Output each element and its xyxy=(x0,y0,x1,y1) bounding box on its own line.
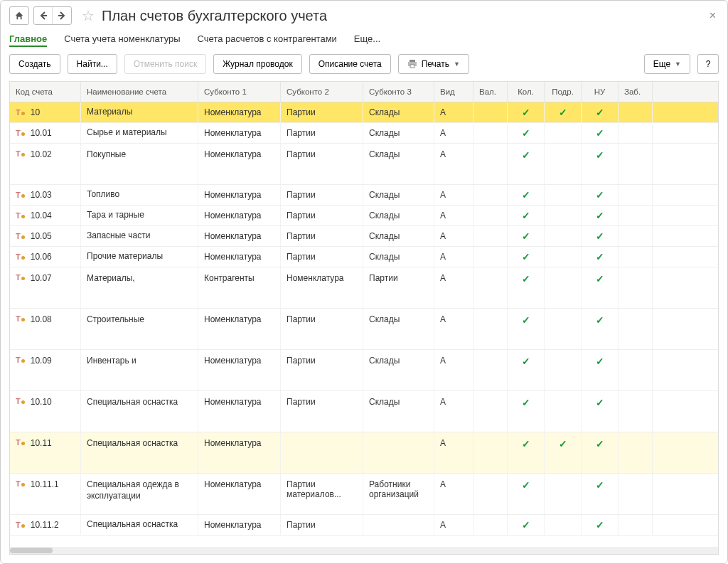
back-button[interactable] xyxy=(34,7,53,24)
check-icon: ✓ xyxy=(596,189,604,201)
cell-quantity: ✓ xyxy=(508,247,545,267)
account-type-icon: T xyxy=(16,314,25,323)
close-button[interactable]: × xyxy=(707,9,719,22)
cell-division xyxy=(545,474,582,514)
cell-tax: ✓ xyxy=(582,144,619,184)
home-button[interactable] xyxy=(9,6,29,25)
check-icon: ✓ xyxy=(522,210,530,221)
create-button[interactable]: Создать xyxy=(9,54,60,74)
cell-name: Инвентарь и xyxy=(81,350,198,390)
table-row[interactable]: T10.09Инвентарь иНоменклатураПартииСклад… xyxy=(10,350,718,391)
tab-nomenclature-accounts[interactable]: Счета учета номенклатуры xyxy=(64,33,180,47)
cell-currency xyxy=(473,432,508,473)
tab-more[interactable]: Еще... xyxy=(354,33,380,47)
code-value: 10.05 xyxy=(31,231,52,241)
svg-rect-2 xyxy=(410,65,414,68)
table-row[interactable]: T10.02ПокупныеНоменклатураПартииСкладыА✓… xyxy=(10,144,718,185)
table-row[interactable]: T10.01Сырье и материалыНоменклатураПарти… xyxy=(10,123,718,144)
col-subconto3[interactable]: Субконто 3 xyxy=(363,82,434,102)
cell-type: А xyxy=(434,226,473,246)
check-icon: ✓ xyxy=(522,479,530,491)
table-row[interactable]: T10.08СтроительныеНоменклатураПартииСкла… xyxy=(10,309,718,350)
cell-code: T10.05 xyxy=(10,226,81,246)
help-button[interactable]: ? xyxy=(697,54,719,74)
cell-code: T10 xyxy=(10,102,81,122)
col-subconto1[interactable]: Субконто 1 xyxy=(198,82,281,102)
table-row[interactable]: T10.07Материалы,КонтрагентыНоменклатураП… xyxy=(10,267,718,309)
horizontal-scrollbar[interactable] xyxy=(10,547,718,554)
cell-subconto3: Работники организаций xyxy=(363,474,434,514)
cell-type: А xyxy=(434,474,473,514)
table-row[interactable]: T10.11.1Специальная одежда в эксплуатаци… xyxy=(10,474,718,515)
cell-type: А xyxy=(434,123,473,143)
more-button[interactable]: Еще ▼ xyxy=(644,54,690,74)
cell-subconto1: Номенклатура xyxy=(198,432,281,473)
cell-offbalance xyxy=(619,432,653,473)
cell-currency xyxy=(473,515,508,535)
col-offbalance[interactable]: Заб. xyxy=(619,82,653,102)
col-currency[interactable]: Вал. xyxy=(473,82,508,102)
table-row[interactable]: T10.10Специальная оснасткаНоменклатураПа… xyxy=(10,391,718,432)
cell-subconto3: Склады xyxy=(363,247,434,267)
col-type[interactable]: Вид xyxy=(434,82,473,102)
col-tax[interactable]: НУ xyxy=(582,82,619,102)
check-icon: ✓ xyxy=(522,127,530,139)
table-row[interactable]: T10.04Тара и тарныеНоменклатураПартииСкл… xyxy=(10,206,718,226)
table-row[interactable]: T10.05Запасные частиНоменклатураПартииСк… xyxy=(10,226,718,247)
forward-button[interactable] xyxy=(53,7,71,24)
cell-subconto3: Партии xyxy=(363,267,434,308)
cell-offbalance xyxy=(619,515,653,535)
account-type-icon: T xyxy=(16,273,25,282)
find-button[interactable]: Найти... xyxy=(68,54,117,74)
check-icon: ✓ xyxy=(522,397,530,408)
cell-currency xyxy=(473,185,508,205)
journal-button[interactable]: Журнал проводок xyxy=(213,54,302,74)
col-name[interactable]: Наименование счета xyxy=(81,82,198,102)
cell-subconto2: Номенклатура xyxy=(281,267,363,308)
cell-currency xyxy=(473,144,508,184)
table-row[interactable]: T10.06Прочие материалыНоменклатураПартии… xyxy=(10,247,718,267)
favorite-star-icon[interactable]: ☆ xyxy=(82,7,95,24)
check-icon: ✓ xyxy=(522,107,530,118)
cell-currency xyxy=(473,267,508,308)
code-value: 10.08 xyxy=(31,314,52,324)
cell-subconto1: Номенклатура xyxy=(198,226,281,246)
table-row[interactable]: T10МатериалыНоменклатураПартииСкладыА✓✓✓ xyxy=(10,102,718,123)
col-code[interactable]: Код счета xyxy=(10,82,81,102)
cell-offbalance xyxy=(619,391,653,432)
cell-division xyxy=(545,515,582,535)
cell-code: T10.04 xyxy=(10,206,81,225)
home-icon xyxy=(14,11,24,21)
cell-offbalance xyxy=(619,185,653,205)
cell-subconto1: Номенклатура xyxy=(198,309,281,349)
cell-quantity: ✓ xyxy=(508,391,545,432)
scrollbar-thumb[interactable] xyxy=(10,548,53,553)
tab-contractor-accounts[interactable]: Счета расчетов с контрагентами xyxy=(198,33,337,47)
grid-header: Код счета Наименование счета Субконто 1 … xyxy=(10,82,718,102)
code-value: 10.10 xyxy=(31,397,52,407)
account-type-icon: T xyxy=(16,108,25,117)
grid-body[interactable]: T10МатериалыНоменклатураПартииСкладыА✓✓✓… xyxy=(10,102,718,547)
account-description-button[interactable]: Описание счета xyxy=(309,54,391,74)
cell-offbalance xyxy=(619,123,653,143)
cell-subconto3: Склады xyxy=(363,123,434,143)
code-value: 10.11.1 xyxy=(31,479,59,489)
cell-type: А xyxy=(434,432,473,473)
cell-name: Топливо xyxy=(81,185,198,205)
code-value: 10.09 xyxy=(31,356,52,366)
tab-main[interactable]: Главное xyxy=(9,33,47,47)
col-division[interactable]: Подр. xyxy=(545,82,582,102)
table-row[interactable]: T10.03ТопливоНоменклатураПартииСкладыА✓✓ xyxy=(10,185,718,206)
cell-currency xyxy=(473,474,508,514)
print-button[interactable]: Печать ▼ xyxy=(398,54,469,74)
cell-currency xyxy=(473,206,508,225)
cell-type: А xyxy=(434,102,473,122)
table-row[interactable]: T10.11Специальная оснасткаНоменклатураА✓… xyxy=(10,432,718,474)
table-row[interactable]: T10.11.2Специальная оснасткаНоменклатура… xyxy=(10,515,718,536)
cell-subconto3: Склады xyxy=(363,185,434,205)
account-type-icon: T xyxy=(16,191,25,199)
cell-offbalance xyxy=(619,309,653,349)
col-quantity[interactable]: Кол. xyxy=(508,82,545,102)
caret-down-icon: ▼ xyxy=(454,60,460,68)
col-subconto2[interactable]: Субконто 2 xyxy=(281,82,363,102)
